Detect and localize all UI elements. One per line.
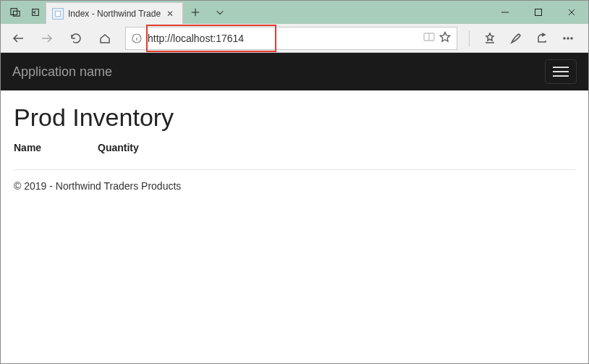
forward-button[interactable] (34, 25, 60, 51)
page-heading: Prod Inventory (14, 103, 575, 132)
address-bar[interactable]: http://localhost:17614 (125, 27, 457, 50)
page-content: Prod Inventory Name Quantity (1, 90, 588, 169)
browser-window: Index - Northwind Trade ✕ (0, 0, 589, 364)
svg-rect-3 (535, 9, 542, 16)
titlebar-drag-region (232, 1, 488, 24)
titlebar: Index - Northwind Trade ✕ (1, 1, 588, 24)
page-viewport: Application name Prod Inventory Name Qua… (1, 53, 588, 363)
address-url[interactable]: http://localhost:17614 (145, 33, 423, 44)
reading-view-icon[interactable] (423, 31, 435, 46)
svg-rect-0 (11, 9, 17, 15)
share-icon[interactable] (529, 25, 555, 51)
table-header-row: Name Quantity (14, 142, 575, 164)
tab-actions (183, 1, 232, 24)
page-footer: © 2019 - Northwind Traders Products (1, 170, 588, 202)
new-tab-button[interactable] (183, 1, 208, 24)
back-button[interactable] (5, 25, 31, 51)
column-name: Name (14, 142, 56, 153)
navbar-toggle-button[interactable] (545, 59, 577, 84)
tab-menu-button[interactable] (208, 1, 232, 24)
browser-tab[interactable]: Index - Northwind Trade ✕ (46, 2, 183, 24)
favorites-list-icon[interactable] (477, 25, 503, 51)
browser-toolbar: http://localhost:17614 (1, 24, 588, 53)
more-menu-icon[interactable] (555, 25, 581, 51)
set-aside-tabs-icon[interactable] (25, 1, 46, 24)
notes-icon[interactable] (503, 25, 529, 51)
refresh-button[interactable] (63, 25, 89, 51)
tab-actions-icon[interactable] (5, 1, 25, 24)
site-info-icon[interactable] (129, 30, 145, 46)
favorite-star-icon[interactable] (439, 31, 451, 46)
window-close-button[interactable] (555, 1, 588, 24)
home-button[interactable] (92, 25, 118, 51)
brand-link[interactable]: Application name (12, 64, 112, 80)
svg-point-8 (571, 38, 572, 39)
svg-point-7 (567, 38, 569, 39)
toolbar-divider (469, 30, 470, 46)
tab-favicon (52, 8, 64, 20)
toolbar-right-icons (477, 25, 584, 51)
titlebar-left: Index - Northwind Trade ✕ (1, 1, 232, 24)
address-bar-actions (423, 31, 454, 46)
window-minimize-button[interactable] (488, 1, 522, 24)
window-maximize-button[interactable] (522, 1, 555, 24)
svg-point-6 (564, 38, 565, 39)
app-navbar: Application name (1, 53, 588, 90)
tab-title: Index - Northwind Trade (68, 9, 164, 19)
column-quantity: Quantity (98, 142, 139, 153)
svg-rect-1 (13, 11, 20, 16)
tab-close-icon[interactable]: ✕ (164, 9, 177, 19)
